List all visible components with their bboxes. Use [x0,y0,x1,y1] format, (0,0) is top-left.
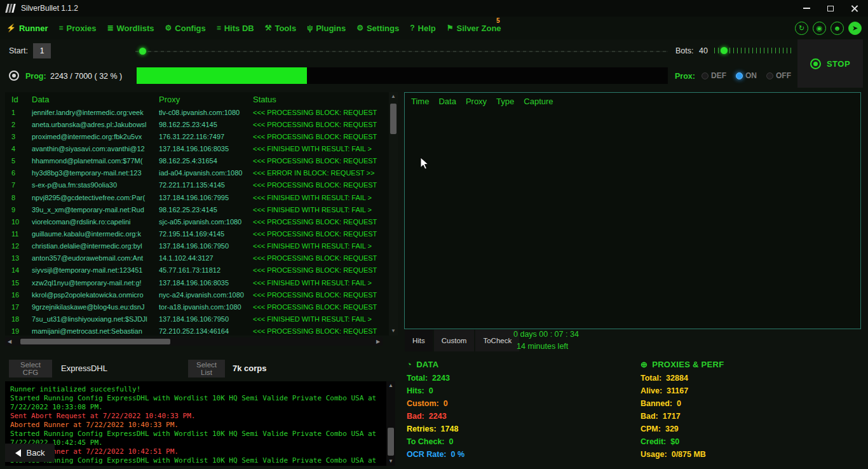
cell-data: s-ex-p@ua.fm:stas90olia30 [32,181,159,189]
table-row[interactable]: 19mamijani@metrocast.net:Sebastian72.210… [5,325,398,337]
close-icon [851,4,858,12]
cell-data: jennifer.landry@intermedic.org:veek [32,109,159,116]
cell-id: 19 [5,327,32,335]
cell-data: christian.delalie@intermedic.org:byl [32,242,159,250]
table-row[interactable]: 7s-ex-p@ua.fm:stas90olia3072.221.171.135… [5,179,398,191]
progress-bar [137,67,668,84]
start-input[interactable] [33,43,51,58]
console-scroll-up-icon[interactable]: ▲ [386,381,395,390]
console-scrollbar[interactable]: ▲ ▼ [386,381,395,466]
start-slider[interactable] [135,47,668,55]
cell-id: 2 [5,121,32,128]
menu-item-wordlists[interactable]: ≣Wordlists [107,24,154,33]
cell-id: 10 [5,218,32,226]
menu-item-hits-db[interactable]: ≡Hits DB [217,24,254,33]
proxies-stats-icon: ⊕ [641,360,648,369]
cell-data: anton357@eudorawebmail.com:Ant [32,254,159,262]
table-row[interactable]: 939u_x_xm@temporary-mail.net:Rud98.162.2… [5,203,398,215]
results-horizontal-scrollbar[interactable]: ◀ ▶ [5,337,383,346]
cell-id: 14 [5,266,32,274]
minimize-button[interactable] [799,3,813,14]
bots-slider[interactable] [714,46,793,55]
column-header: Proxy [466,97,487,106]
menu-item-settings[interactable]: ⚙Settings [356,24,399,33]
table-row[interactable]: 14siyvsijl@temporary-mail.net:12345145.7… [5,264,398,276]
quick-icons: ↻◉☻➤ [795,22,862,35]
stat-label: To Check: [407,437,445,446]
stat-label: Total: [641,374,661,383]
menu-item-proxies[interactable]: ≡Proxies [58,24,96,33]
table-row[interactable]: 179grzejnikilaskawe@blog4us.eu:dsnJtor-a… [5,301,398,313]
bots-label: Bots: [675,46,694,55]
scroll-left-icon[interactable]: ◀ [5,339,14,344]
stat-line: Alive:31167 [641,386,857,395]
stat-label: Bad: [407,412,424,421]
scroll-down-icon[interactable]: ▼ [389,327,398,336]
stat-value: 0 % [451,450,465,459]
discord-icon[interactable]: ☻ [831,22,844,35]
table-row[interactable]: 187su_ut31@linshiyouxiang.net:$SJDJl137.… [5,313,398,325]
settings-icon: ⚙ [356,24,363,32]
tab-hits[interactable]: Hits [405,330,433,351]
data-stats-icon: ◔ [407,360,412,369]
console-scroll-thumb[interactable] [388,428,394,456]
menu-item-tools[interactable]: ⚒Tools [265,24,296,33]
results-vertical-scrollbar[interactable]: ▲ ▼ [389,92,398,336]
table-row[interactable]: 16kkrol@psp2opolekatowicka.onmicronyc-a2… [5,289,398,301]
scroll-right-icon[interactable]: ▶ [374,339,383,344]
start-slider-thumb[interactable] [139,48,146,55]
table-row[interactable]: 11guillaume.kabalu@intermedic.org:k72.19… [5,228,398,240]
tab-tocheck[interactable]: ToCheck [475,330,519,351]
hits-tabs: HitsCustomToCheck [405,330,519,351]
horizontal-scroll-thumb[interactable] [20,339,170,344]
maximize-button[interactable] [824,3,837,14]
stat-label: Credit: [641,437,666,446]
close-button[interactable] [848,3,862,14]
menu-item-configs[interactable]: ⚙Configs [165,24,206,33]
prox-option-off[interactable]: OFF [766,71,791,80]
timer-remaining: 14 minutes left [517,342,568,351]
cell-data: avanthin@siyasavi.com:avanthi@12 [32,145,159,153]
menu-item-plugins[interactable]: ψPlugins [307,24,346,33]
vertical-scroll-thumb[interactable] [390,104,397,134]
history-icon[interactable]: ↻ [795,22,808,35]
stat-line: CPM:329 [641,425,857,433]
prox-option-def[interactable]: DEF [702,71,726,80]
hits-panel: TimeDataProxyTypeCapture [404,92,861,329]
console-scroll-down-icon[interactable]: ▼ [386,457,395,466]
table-row[interactable]: 8npvj8295@gcdetectivefree.com:Par(137.18… [5,191,398,203]
back-button[interactable]: Back [5,444,55,462]
cell-proxy: 137.184.196.106:8035 [159,279,253,287]
radio-label: OFF [776,71,791,80]
cell-data: mamijani@metrocast.net:Sebastian [32,327,159,335]
table-row[interactable]: 2aneta.urbanska@adres.pl:Jakubowsl98.162… [5,118,398,130]
table-row[interactable]: 3proximed@intermedic.org:fbk2u5vx176.31.… [5,130,398,142]
table-row[interactable]: 12christian.delalie@intermedic.org:byl13… [5,240,398,252]
start-slider-track [135,51,668,52]
table-row[interactable]: 13anton357@eudorawebmail.com:Ant14.1.102… [5,252,398,264]
telegram-icon[interactable]: ➤ [848,22,862,35]
cell-proxy: tor-a18.ipvanish.com:1080 [159,303,253,311]
menu-item-runner[interactable]: ⚡Runner [6,24,48,33]
table-row[interactable]: 5hhammond@planetmail.com:$77M(98.162.25.… [5,155,398,167]
cell-data: guillaume.kabalu@intermedic.org:k [32,230,159,238]
tab-custom[interactable]: Custom [434,330,475,351]
menu-item-silver-zone[interactable]: ⚑Silver Zone5 [447,24,501,33]
table-row[interactable]: 6hy3d8bg3@temporary-mail.net:123iad-a04.… [5,167,398,179]
cell-id: 4 [5,145,32,153]
table-row[interactable]: 4avanthin@siyasavi.com:avanthi@12137.184… [5,142,398,154]
select-list-button[interactable]: Select List [188,360,225,377]
table-row[interactable]: 1jennifer.landry@intermedic.org:veektlv-… [5,106,398,118]
menu-item-help[interactable]: ?Help [410,24,436,33]
table-row[interactable]: 10viorelcoman@rdslink.ro:capelinisjc-a05… [5,215,398,228]
scroll-up-icon[interactable]: ▲ [389,92,398,101]
column-header: Data [32,95,159,104]
bots-slider-thumb[interactable] [721,47,728,54]
table-row[interactable]: 15xzw2ql1nyu@temporary-mail.net:g!137.18… [5,276,398,289]
stop-button[interactable]: STOP [797,39,863,88]
prox-option-on[interactable]: ON [736,71,757,80]
camera-icon[interactable]: ◉ [813,22,826,35]
cell-status: <<< PROCESSING BLOCK: REQUEST [253,157,398,165]
wordlists-icon: ≣ [107,24,113,32]
select-cfg-button[interactable]: Select CFG [9,360,52,377]
